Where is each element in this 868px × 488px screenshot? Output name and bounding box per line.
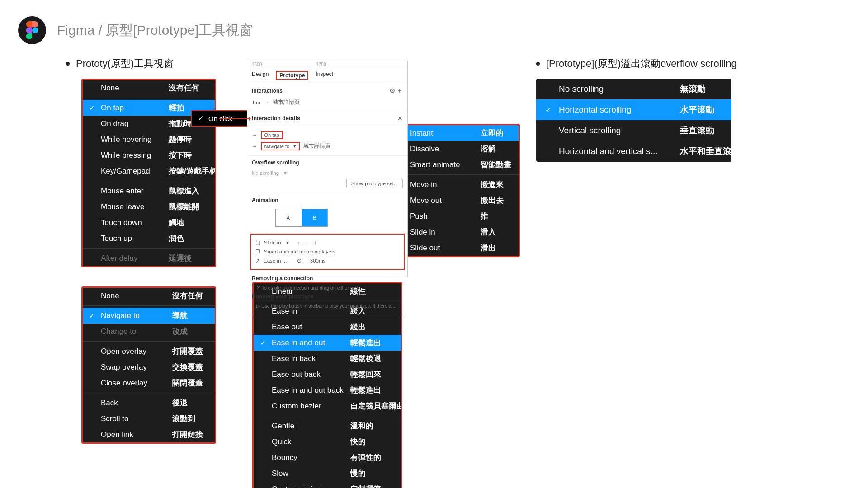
menu-item[interactable]: Slide in滑入 [392,224,519,240]
menu-item-en: Quick [272,437,342,446]
menu-item[interactable]: ✓Horizontal scrolling水平滾動 [536,99,731,120]
menu-item[interactable]: While hovering懸停時 [83,131,215,147]
action-navigate-box[interactable]: Navigate to ▾ [261,142,300,150]
show-prototype-settings-button[interactable]: Show prototype set... [346,179,403,188]
menu-item-zh: 觸地 [169,217,184,228]
menu-item-en: Swap overlay [101,363,164,372]
menu-item[interactable]: Smart animate智能動畫 [392,157,519,173]
menu-item-en: While pressing [101,151,160,160]
menu-item[interactable]: Bouncy有彈性的 [254,450,401,465]
menu-item[interactable]: Open link打開鏈接 [83,427,215,442]
separator [83,341,215,342]
menu-item[interactable]: Custom spring定制彈簧 [254,481,401,488]
menu-item-en: Ease in back [272,354,342,363]
menu-item[interactable]: Custom bezier自定義貝塞爾曲線 [254,398,401,414]
menu-item[interactable]: Close overlay關閉覆蓋 [83,375,215,391]
menu-item[interactable]: Quick快的 [254,434,401,450]
menu-item[interactable]: Ease in back輕鬆後退 [254,351,401,366]
menu-item-en: Dissolve [410,145,472,154]
check-icon: ✓ [545,106,551,114]
overflow-scrolling-menu[interactable]: No scrolling無滾動✓Horizontal scrolling水平滾動… [536,79,731,162]
menu-item-en: Slide out [410,244,472,253]
easing-select[interactable]: Ease in ... [264,258,287,263]
menu-item[interactable]: ✓Navigate to導航 [83,308,215,324]
menu-item-zh: 溫和的 [350,421,373,431]
menu-item-en: Touch up [101,234,160,243]
menu-item[interactable]: Gentle溫和的 [254,418,401,434]
animations-menu[interactable]: ✓Instant立即的Dissolve溶解Smart animate智能動畫Mo… [391,124,520,257]
close-icon[interactable]: ✕ [397,115,403,122]
menu-item-zh: 按鍵/遊戲手柄 [169,166,216,176]
menu-item-zh: 有彈性的 [350,452,381,463]
menu-item-zh: 推 [481,211,488,221]
menu-item[interactable]: Move out搬出去 [392,192,519,208]
menu-item[interactable]: Open overlay打開覆蓋 [83,343,215,359]
tab-design[interactable]: Design [252,71,269,80]
menu-item-en: After delay [101,254,160,263]
menu-item-en: On drag [101,119,160,128]
menu-item-en: Bouncy [272,453,342,462]
menu-item[interactable]: Slide out滑出 [392,240,519,256]
actions-menu[interactable]: None沒有任何✓Navigate to導航Change to改成Open ov… [81,286,216,444]
menu-item[interactable]: Ease in and out back輕鬆進出 [254,382,401,398]
menu-item[interactable]: Slow慢的 [254,465,401,481]
smart-animate-checkbox[interactable]: Smart animate matching layers [264,249,336,254]
menu-item-en: Navigate to [101,311,164,320]
menu-item[interactable]: Ease out back輕鬆回來 [254,366,401,382]
menu-item-en: Scroll to [101,414,164,423]
direction-arrows[interactable]: ← → ↓ ↑ [297,240,317,245]
menu-item[interactable]: Move in搬進來 [392,177,519,192]
menu-item[interactable]: Horizontal and vertical s...水平和垂直滾動 [536,141,731,162]
menu-item[interactable]: Touch up潤色 [83,230,215,246]
menu-item-en: Push [410,212,472,221]
menu-item[interactable]: While pressing按下時 [83,147,215,163]
menu-item[interactable]: ✓Ease in and out輕鬆進出 [254,335,401,351]
tab-inspect[interactable]: Inspect [316,71,333,80]
menu-item[interactable]: Mouse leave鼠標離開 [83,199,215,215]
menu-item[interactable]: Push推 [392,208,519,224]
check-icon: ✓ [89,103,95,112]
check-icon: ✓ [198,114,204,122]
menu-item[interactable]: None沒有任何 [83,80,215,96]
menu-item[interactable]: Scroll to滾動到 [83,411,215,427]
menu-item-zh: 導航 [172,310,188,321]
triggers-menu[interactable]: None沒有任何✓On tap輕拍On drag拖動時While hoverin… [81,79,216,267]
menu-item[interactable]: Dissolve溶解 [392,141,519,157]
menu-item-en: Mouse enter [101,187,160,196]
menu-item[interactable]: Touch down觸地 [83,215,215,230]
menu-item-zh: 改成 [172,326,188,337]
animation-preview: A B [275,209,328,227]
menu-item[interactable]: Vertical scrolling垂直滾動 [536,120,731,141]
menu-item-zh: 緩出 [350,322,366,332]
anim-slidein-select[interactable]: Slide in [264,240,281,245]
menu-item-zh: 延遲後 [169,253,192,263]
duration-value[interactable]: 300ms [310,258,326,263]
menu-item[interactable]: Back後退 [83,395,215,411]
menu-item-zh: 按下時 [169,150,192,160]
menu-item-en: Key/Gamepad [101,167,160,176]
menu-item-en: Ease in and out [272,338,342,347]
menu-item[interactable]: After delay延遲後 [83,250,215,266]
menu-item[interactable]: ✓Instant立即的 [392,125,519,141]
menu-item[interactable]: Swap overlay交換覆蓋 [83,359,215,375]
separator [83,98,215,98]
menu-item-en: Change to [101,327,164,336]
menu-item[interactable]: None沒有任何 [83,288,215,304]
menu-item[interactable]: Change to改成 [83,324,215,339]
menu-item[interactable]: Key/Gamepad按鍵/遊戲手柄 [83,163,215,179]
menu-item-zh: 自定義貝塞爾曲線 [350,401,402,411]
menu-item[interactable]: Mouse enter鼠標進入 [83,183,215,199]
menu-item-zh: 輕鬆進出 [350,385,381,395]
menu-item[interactable]: Ease out緩出 [254,319,401,335]
menu-item-en: Ease in and out back [272,386,342,395]
menu-item[interactable]: No scrolling無滾動 [536,79,731,99]
trigger-ontap-box[interactable]: On tap [261,131,283,139]
add-interaction-icon[interactable]: ＋ [396,87,403,94]
menu-item-zh: 打開覆蓋 [172,346,203,357]
menu-item-en: Instant [410,129,472,138]
menu-item-en: No scrolling [559,84,672,94]
tab-prototype[interactable]: Prototype [276,71,308,80]
menu-item-zh: 輕鬆進出 [350,338,381,348]
menu-item-en: Slow [272,469,342,478]
interactions-filter-icon[interactable]: ⊙ [390,87,395,94]
